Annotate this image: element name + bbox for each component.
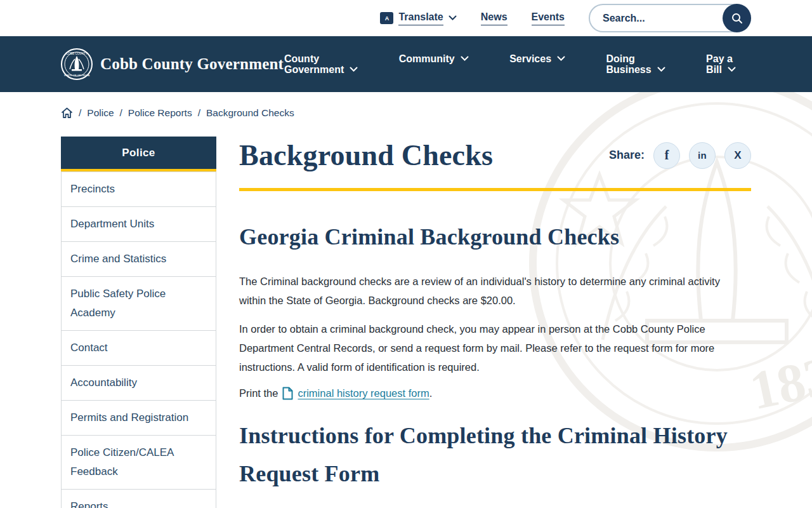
news-label: News	[481, 11, 508, 25]
section-heading-georgia-criminal: Georgia Criminal Background Checks	[239, 218, 751, 256]
nav-item-pay-a-bill[interactable]: Pay a Bill	[706, 53, 736, 75]
chevron-down-icon	[557, 56, 565, 62]
nav-item-line1: Doing	[606, 53, 635, 64]
share-label: Share:	[609, 149, 645, 162]
breadcrumb: / Police / Police Reports / Background C…	[61, 107, 812, 119]
brand-name: Cobb County Government	[100, 55, 284, 73]
seal-top-text: COBB COUNTY	[66, 52, 88, 55]
nav-item-line1: County	[284, 53, 319, 64]
nav-item-doing-business[interactable]: Doing Business	[606, 53, 665, 75]
sidebar-item-precincts[interactable]: Precincts	[61, 171, 216, 207]
facebook-icon: f	[665, 148, 669, 163]
nav-item-services[interactable]: Services	[509, 53, 565, 64]
print-prefix: Print the	[239, 387, 278, 399]
search-icon	[731, 13, 743, 24]
seal-bottom-text: STATE OF GEORGIA	[64, 74, 90, 77]
criminal-history-request-form-link[interactable]: criminal history request form	[298, 387, 429, 399]
translate-menu[interactable]: A Translate	[380, 11, 456, 25]
sidebar-item-contact[interactable]: Contact	[61, 330, 216, 366]
breadcrumb-separator: /	[198, 107, 200, 119]
chevron-down-icon	[449, 15, 457, 21]
breadcrumb-police[interactable]: Police	[87, 107, 114, 119]
section-heading-instructions: Instructions for Completing the Criminal…	[239, 417, 751, 493]
sidebar-item-accountability[interactable]: Accountability	[61, 365, 216, 401]
search-input[interactable]	[590, 5, 710, 31]
search-box	[589, 4, 751, 32]
paragraph-how-to-obtain: In order to obtain a criminal background…	[239, 319, 744, 377]
paragraph-important: IMPORTANT - We will not accept a fax or …	[239, 503, 744, 508]
nav-item-community[interactable]: Community	[399, 53, 469, 64]
translate-label: Translate	[398, 11, 443, 25]
sidebar-list: Precincts Department Units Crime and Sta…	[61, 171, 216, 508]
watermark-year-text: 1832	[745, 339, 812, 422]
sidebar-item-crime-and-statistics[interactable]: Crime and Statistics	[61, 241, 216, 277]
nav-item-line1: Pay a	[706, 53, 733, 64]
nav-item-line2: Community	[399, 53, 455, 64]
nav-item-county-government[interactable]: County Government	[284, 53, 358, 75]
news-link[interactable]: News	[481, 11, 508, 25]
nav-item-line2: Services	[509, 53, 551, 64]
share-facebook-button[interactable]: f	[653, 142, 680, 169]
page-title: Background Checks	[239, 138, 493, 172]
chevron-down-icon	[461, 56, 469, 62]
yellow-divider	[239, 188, 751, 191]
share-linkedin-button[interactable]: in	[689, 142, 716, 169]
county-seal-logo: COBB COUNTY STATE OF GEORGIA	[61, 48, 93, 80]
sidebar-item-public-safety-police-academy[interactable]: Public Safety Police Academy	[61, 276, 216, 331]
share-x-button[interactable]: X	[724, 142, 751, 169]
chevron-down-icon	[728, 67, 736, 72]
x-icon: X	[734, 149, 741, 162]
share-group: Share: f in X	[609, 142, 751, 169]
nav-item-line2: Business	[606, 64, 652, 75]
nav-item-line2: Bill	[706, 64, 722, 75]
nav-items: County Government Community Services	[284, 53, 736, 75]
sidebar-title: Police	[61, 137, 216, 169]
chevron-down-icon	[657, 67, 665, 72]
breadcrumb-police-reports[interactable]: Police Reports	[128, 107, 192, 119]
breadcrumb-background-checks[interactable]: Background Checks	[206, 107, 294, 119]
paragraph-overview: The Criminal background checks are a rev…	[239, 272, 744, 310]
sidebar-item-department-units[interactable]: Department Units	[61, 206, 216, 242]
home-icon[interactable]	[61, 107, 73, 119]
brand-home-link[interactable]: COBB COUNTY STATE OF GEORGIA Cobb County…	[61, 48, 284, 80]
sidebar-item-police-citizen-calea-feedback[interactable]: Police Citizen/CALEA Feedback	[61, 435, 216, 490]
sidebar-police-menu: Police Precincts Department Units Crime …	[61, 137, 216, 508]
utility-bar: A Translate News Events	[0, 0, 812, 36]
search-button[interactable]	[723, 4, 751, 32]
document-icon	[282, 387, 293, 400]
sidebar-item-permits-and-registration[interactable]: Permits and Registration	[61, 400, 216, 436]
sidebar-item-reports[interactable]: Reports	[61, 489, 216, 508]
events-link[interactable]: Events	[532, 11, 565, 25]
events-label: Events	[532, 11, 565, 25]
nav-item-line2: Government	[284, 64, 344, 75]
breadcrumb-separator: /	[79, 107, 81, 119]
print-line: Print the criminal history request form.	[239, 387, 751, 400]
main-navigation: COBB COUNTY STATE OF GEORGIA Cobb County…	[0, 36, 812, 92]
print-suffix: .	[429, 387, 433, 399]
main-content: Background Checks Share: f in X Georgia …	[239, 138, 751, 508]
chevron-down-icon	[350, 67, 358, 72]
linkedin-icon: in	[698, 150, 707, 161]
translate-icon: A	[380, 12, 393, 24]
breadcrumb-separator: /	[120, 107, 122, 119]
